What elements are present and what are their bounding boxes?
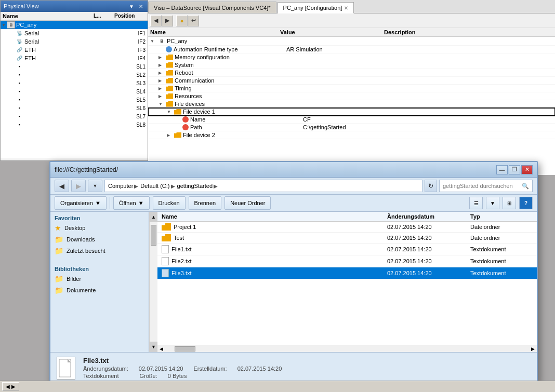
file-row-file3[interactable]: File3.txt 02.07.2015 14:20 Textdokument — [157, 267, 537, 279]
toolbar-neuer-ordner-btn[interactable]: Neuer Ordner — [224, 196, 271, 210]
explorer-back-btn[interactable]: ◀ — [55, 180, 69, 192]
help-btn[interactable]: ? — [519, 197, 533, 209]
hscroll-right-btn[interactable]: ▶ — [530, 346, 536, 352]
config-item-name-cf[interactable]: Name CF — [148, 116, 555, 124]
nav-back2-btn[interactable]: ↩ — [188, 15, 199, 26]
config-item-timing[interactable]: ▶ Timing — [148, 85, 555, 92]
explorer-restore-btn[interactable]: ❐ — [509, 165, 520, 174]
config-item-system[interactable]: ▶ System — [148, 61, 555, 69]
sl2-suffix: SL2 — [136, 72, 148, 78]
tree-item-sl1[interactable]: ▪ SL1 — [1, 62, 148, 71]
file-date-test: 02.07.2015 14:20 — [387, 235, 470, 241]
pc-icon-cfg: 🖥 — [157, 37, 166, 45]
nav-back-btn[interactable]: ◀ — [150, 15, 162, 26]
expand-resources[interactable]: ▶ — [158, 94, 166, 99]
path-seg-gettingstarted[interactable]: gettingStarted ▶ — [177, 183, 218, 189]
expand-memory[interactable]: ▶ — [158, 55, 166, 60]
hscroll-left-btn[interactable]: ◀ — [158, 346, 164, 352]
expand-timing[interactable]: ▶ — [158, 86, 166, 91]
explorer-search-input[interactable] — [443, 183, 520, 189]
config-path-value: C:\gettingStarted — [303, 124, 407, 130]
tree-item-sl4[interactable]: ▪ SL4 — [1, 87, 148, 96]
physical-view-dock-btn[interactable]: ✕ — [137, 4, 144, 9]
config-item-file-devices[interactable]: ▼ File devices — [148, 100, 555, 108]
explorer-refresh-btn[interactable]: ↻ — [425, 180, 437, 192]
tree-item-sl2[interactable]: ▪ SL2 — [1, 71, 148, 79]
view-details-btn[interactable]: ⊞ — [503, 197, 516, 209]
nav-home-btn[interactable]: ● — [176, 15, 188, 26]
expand-communication[interactable]: ▶ — [158, 78, 166, 83]
explorer-toolbar: Organisieren ▼ Öffnen ▼ Drucken Brennen … — [50, 195, 537, 212]
tree-item-eth-if3[interactable]: 🔗 ETH IF3 — [1, 46, 148, 54]
config-item-memory[interactable]: ▶ Memory configuration — [148, 53, 555, 61]
expand-icon-pc-any[interactable]: ▼ — [1, 22, 7, 28]
tree-item-sl8[interactable]: ▪ SL8 — [1, 120, 148, 129]
scroll-thumb[interactable] — [151, 225, 156, 246]
scroll-down-btn[interactable]: ▼ — [150, 342, 157, 352]
tree-item-sl6[interactable]: ▪ SL6 — [1, 104, 148, 112]
file-row-test[interactable]: Test 02.07.2015 14:20 Dateiordner — [157, 233, 537, 244]
tree-item-sl7[interactable]: ▪ SL7 — [1, 112, 148, 120]
vertical-scrollbar[interactable]: ▲ ▼ — [149, 212, 157, 352]
expand-system[interactable]: ▶ — [158, 63, 166, 67]
sl1-suffix: SL1 — [136, 64, 148, 70]
view-list-btn[interactable]: ☰ — [469, 197, 483, 209]
toolbar-oeffnen-btn[interactable]: Öffnen ▼ — [113, 196, 150, 210]
hscroll-thumb[interactable] — [175, 346, 195, 352]
explorer-close-btn[interactable]: ✕ — [521, 165, 533, 174]
tab-pc-any-config-close[interactable]: ✕ — [344, 5, 348, 11]
tab-visu-datasource[interactable]: Visu – DataSource [Visual Components VC4… — [148, 2, 276, 13]
config-item-ar-type[interactable]: Automation Runtime type AR Simulation — [148, 46, 555, 53]
toolbar-organisieren-btn[interactable]: Organisieren ▼ — [55, 196, 107, 210]
sidebar-item-bilder[interactable]: 📁 Bilder — [50, 273, 149, 285]
expand-pc-any[interactable]: ▼ — [150, 39, 157, 44]
path-seg-default[interactable]: Default (C:) ▶ — [140, 183, 175, 189]
config-item-pc-any[interactable]: ▼ 🖥 PC_any — [148, 37, 555, 46]
explorer-minimize-btn[interactable]: — — [496, 165, 508, 174]
filelist-col-date[interactable]: Änderungsdatum — [387, 213, 470, 220]
sidebar-item-downloads[interactable]: 📁 Downloads — [50, 234, 149, 245]
config-item-file-device-1[interactable]: ▼ File device 1 — [148, 108, 555, 116]
config-item-path[interactable]: Path C:\gettingStarted — [148, 124, 555, 131]
expand-reboot[interactable]: ▶ — [158, 71, 166, 75]
explorer-forward-btn[interactable]: ▶ — [71, 180, 86, 192]
scroll-up-btn[interactable]: ▲ — [150, 212, 157, 222]
path-seg-computer[interactable]: Computer ▶ — [108, 183, 138, 189]
tree-item-pc-any[interactable]: ▼ 🖥 PC_any — [1, 21, 148, 29]
tree-item-serial-if1[interactable]: 📡 Serial IF1 — [1, 29, 148, 37]
file-date-file3: 02.07.2015 14:20 — [387, 270, 470, 276]
filelist-col-type[interactable]: Typ — [470, 213, 533, 220]
tree-label-serial-if1: Serial — [24, 30, 39, 36]
config-item-file-device-2[interactable]: ▶ File device 2 — [148, 131, 555, 139]
tree-item-eth-if4[interactable]: 🔗 ETH IF4 — [1, 54, 148, 62]
file-row-file1[interactable]: File1.txt 02.07.2015 14:20 Textdokument — [157, 244, 537, 255]
nav-forward-btn[interactable]: ▶ — [162, 15, 173, 26]
toolbar-brennen-btn[interactable]: Brennen — [189, 196, 222, 210]
view-dropdown-btn[interactable]: ▼ — [486, 197, 499, 209]
expand-file-device-1[interactable]: ▼ — [167, 110, 174, 114]
sidebar-item-desktop[interactable]: ★ Desktop — [50, 222, 149, 234]
config-item-resources[interactable]: ▶ Resources — [148, 92, 555, 100]
tree-item-serial-if2[interactable]: 📡 Serial IF2 — [1, 37, 148, 46]
file-row-file2[interactable]: File2.txt 02.07.2015 14:20 Textdokument — [157, 255, 537, 267]
horizontal-scrollbar[interactable]: ◀ ▶ — [157, 345, 537, 352]
expand-file-device-2[interactable]: ▶ — [167, 133, 174, 138]
tab-pc-any-config[interactable]: PC_any [Configuration] ✕ — [278, 2, 354, 13]
explorer-search-box[interactable]: 🔍 — [439, 180, 533, 192]
expand-file-devices[interactable]: ▼ — [158, 102, 166, 106]
tree-item-sl3[interactable]: ▪ SL3 — [1, 79, 148, 87]
physical-view-pin-btn[interactable]: ▼ — [127, 4, 136, 9]
toolbar-drucken-btn[interactable]: Drucken — [153, 196, 186, 210]
filelist-col-name[interactable]: Name — [162, 213, 387, 220]
tree-item-sl5[interactable]: ▪ SL5 — [1, 96, 148, 104]
explorer-address-path[interactable]: Computer ▶ Default (C:) ▶ gettingStarted… — [104, 180, 422, 192]
explorer-titlebar: file:///C:/gettingStarted/ — ❐ ✕ — [50, 162, 537, 178]
config-item-reboot[interactable]: ▶ Reboot — [148, 69, 555, 77]
sidebar-item-recent[interactable]: 📁 Zuletzt besucht — [50, 245, 149, 256]
sidebar-item-dokumente[interactable]: 📁 Dokumente — [50, 285, 149, 296]
explorer-dropdown-btn[interactable]: ▼ — [88, 180, 102, 192]
config-item-communication[interactable]: ▶ Communication — [148, 77, 555, 85]
physical-view-col-position: Position — [114, 13, 146, 19]
file-row-project1[interactable]: Project 1 02.07.2015 14:20 Dateiordner — [157, 222, 537, 233]
taskbar-nav-item[interactable]: ◀ ▶ — [2, 382, 19, 391]
